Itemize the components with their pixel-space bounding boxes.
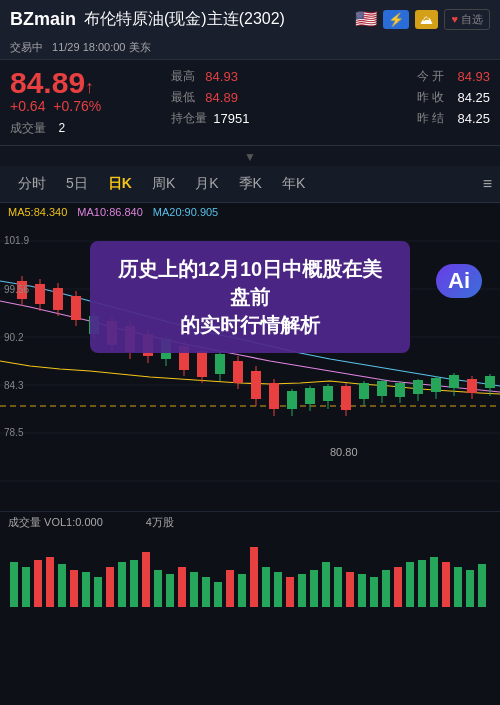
favorite-label: 自选 <box>461 13 483 25</box>
svg-rect-70 <box>46 557 54 607</box>
current-price: 84.89↑ <box>10 68 167 98</box>
volume-label: 成交量 VOL1:0.000 4万股 <box>0 512 500 533</box>
header-icons: 🇺🇸 ⚡ ⛰ ♥ 自选 <box>355 8 490 30</box>
svg-rect-79 <box>154 570 162 607</box>
position-row: 持仓量 17951 <box>171 110 328 127</box>
svg-rect-106 <box>478 564 486 607</box>
vol-label-text: 成交量 VOL1:0.000 <box>8 516 103 528</box>
price-arrow: ↑ <box>85 77 94 97</box>
overlay-banner: 历史上的12月10日中概股在美盘前的实时行情解析 <box>90 241 410 353</box>
svg-rect-95 <box>346 572 354 607</box>
main-price-col: 84.89↑ +0.64 +0.76% 成交量 2 <box>10 68 167 137</box>
svg-rect-54 <box>431 378 441 392</box>
period-tabs: 分时 5日 日K 周K 月K 季K 年K ≡ <box>0 166 500 203</box>
vol-row: 成交量 2 <box>10 118 167 137</box>
low-value: 84.89 <box>205 90 238 105</box>
position-label: 持仓量 <box>171 110 207 127</box>
trading-datetime: 11/29 18:00:00 美东 <box>52 41 150 53</box>
svg-text:90.2: 90.2 <box>4 332 24 343</box>
svg-text:84.3: 84.3 <box>4 380 24 391</box>
svg-rect-92 <box>310 570 318 607</box>
high-label: 最高 <box>171 68 199 85</box>
change-value: +0.64 <box>10 98 45 114</box>
tab-fenshi[interactable]: 分时 <box>8 172 56 196</box>
svg-rect-81 <box>178 567 186 607</box>
high-row: 最高 84.93 <box>171 68 328 85</box>
overlay-title: 历史上的12月10日中概股在美盘前的实时行情解析 <box>110 255 390 339</box>
svg-rect-82 <box>190 572 198 607</box>
header-top-row: BZmain 布伦特原油(现金)主连(2302) 🇺🇸 ⚡ ⛰ ♥ 自选 <box>10 8 490 30</box>
svg-rect-58 <box>467 379 477 393</box>
vol-value: 2 <box>58 121 65 135</box>
svg-rect-88 <box>262 567 270 607</box>
svg-rect-38 <box>287 391 297 409</box>
svg-rect-85 <box>226 570 234 607</box>
tab-5ri[interactable]: 5日 <box>56 172 98 196</box>
svg-rect-12 <box>53 288 63 310</box>
svg-rect-105 <box>466 570 474 607</box>
change-pct: +0.76% <box>53 98 101 114</box>
svg-rect-48 <box>377 381 387 396</box>
period-menu-icon[interactable]: ≡ <box>483 175 492 193</box>
header: BZmain 布伦特原油(现金)主连(2302) 🇺🇸 ⚡ ⛰ ♥ 自选 <box>0 0 500 38</box>
favorite-button[interactable]: ♥ 自选 <box>444 9 490 30</box>
svg-rect-83 <box>202 577 210 607</box>
expand-icon: ▼ <box>244 150 256 164</box>
ma10-label: MA10:86.840 <box>77 206 142 218</box>
position-value: 17951 <box>213 111 249 126</box>
svg-rect-77 <box>130 560 138 607</box>
svg-rect-98 <box>382 570 390 607</box>
svg-rect-46 <box>359 383 369 399</box>
svg-rect-96 <box>358 574 366 607</box>
svg-rect-103 <box>442 562 450 607</box>
svg-rect-101 <box>418 560 426 607</box>
open-label: 今 开 <box>417 68 444 85</box>
price-right-col: 今 开 84.93 昨 收 84.25 昨 结 84.25 <box>333 68 490 137</box>
lightning-button[interactable]: ⚡ <box>383 10 409 29</box>
tab-yuek[interactable]: 月K <box>185 172 228 196</box>
svg-rect-100 <box>406 562 414 607</box>
expand-row[interactable]: ▼ <box>0 146 500 166</box>
svg-rect-44 <box>341 386 351 410</box>
svg-rect-104 <box>454 567 462 607</box>
tab-rik[interactable]: 日K <box>98 172 142 196</box>
price-value: 84.89 <box>10 66 85 99</box>
svg-rect-71 <box>58 564 66 607</box>
svg-rect-74 <box>94 577 102 607</box>
svg-rect-102 <box>430 557 438 607</box>
svg-rect-60 <box>485 376 495 388</box>
prev-close-value: 84.25 <box>450 90 490 105</box>
svg-rect-91 <box>298 574 306 607</box>
svg-rect-69 <box>34 560 42 607</box>
settlement-label: 昨 结 <box>417 110 444 127</box>
low-row: 最低 84.89 <box>171 89 328 106</box>
svg-rect-14 <box>71 296 81 320</box>
low-label: 最低 <box>171 89 199 106</box>
svg-rect-90 <box>286 577 294 607</box>
high-value: 84.93 <box>205 69 238 84</box>
svg-rect-78 <box>142 552 150 607</box>
ticker-symbol: BZmain <box>10 9 76 30</box>
ai-badge[interactable]: Ai <box>436 264 482 298</box>
ma-row: MA5:84.340 MA10:86.840 MA20:90.905 <box>0 203 500 221</box>
mountain-button[interactable]: ⛰ <box>415 10 438 29</box>
tab-niank[interactable]: 年K <box>272 172 315 196</box>
svg-rect-67 <box>10 562 18 607</box>
svg-rect-28 <box>197 351 207 377</box>
svg-rect-87 <box>250 547 258 607</box>
svg-rect-40 <box>305 388 315 404</box>
svg-text:99.56: 99.56 <box>4 284 29 295</box>
svg-rect-84 <box>214 582 222 607</box>
svg-rect-36 <box>269 383 279 409</box>
settlement-row: 昨 结 84.25 <box>333 110 490 127</box>
svg-text:80.80: 80.80 <box>330 446 358 458</box>
price-change: +0.64 +0.76% <box>10 98 167 114</box>
tab-jik[interactable]: 季K <box>229 172 272 196</box>
prev-close-row: 昨 收 84.25 <box>333 89 490 106</box>
svg-rect-72 <box>70 570 78 607</box>
chart-area: 101.9 99.56 90.2 84.3 78.5 80.80 历史上的12月… <box>0 221 500 511</box>
svg-rect-73 <box>82 572 90 607</box>
svg-rect-10 <box>35 284 45 304</box>
tab-zhouk[interactable]: 周K <box>142 172 185 196</box>
svg-rect-52 <box>413 380 423 394</box>
